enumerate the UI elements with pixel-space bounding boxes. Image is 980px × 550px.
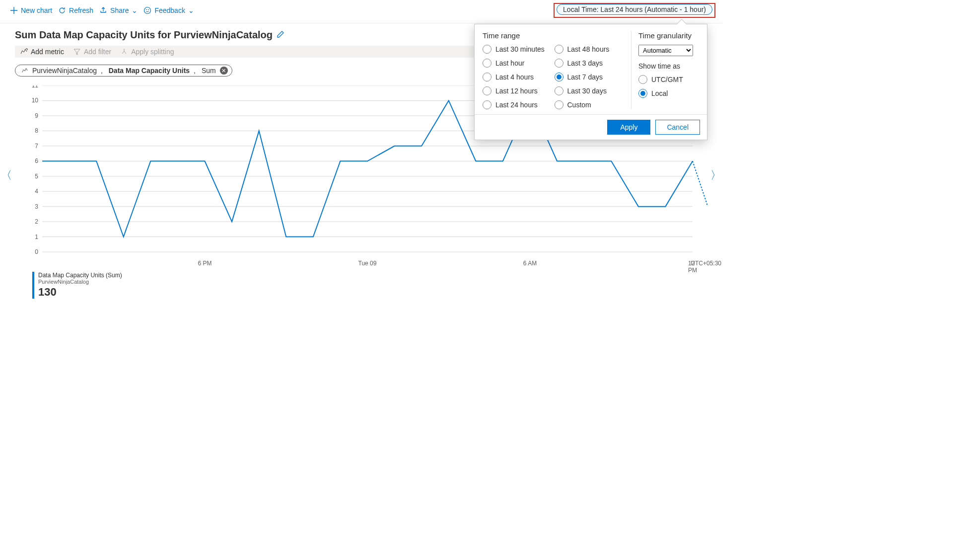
timezone-label: UTC+05:30	[691, 260, 721, 267]
smiley-icon	[143, 6, 151, 14]
top-toolbar: New chart Refresh Share ⌄ Feedback ⌄ Loc…	[0, 0, 722, 23]
svg-text:1: 1	[35, 234, 38, 240]
time-range-option[interactable]: Last 4 hours	[483, 73, 555, 81]
legend-color-bar	[32, 272, 34, 299]
radio-icon	[483, 100, 491, 109]
radio-icon	[483, 73, 491, 81]
time-range-option[interactable]: Last hour	[483, 59, 555, 68]
svg-point-2	[148, 9, 149, 10]
next-period-button[interactable]: 〉	[710, 168, 721, 183]
x-tick-label: 6 AM	[523, 260, 537, 267]
legend-series-name: Data Map Capacity Units (Sum)	[38, 272, 122, 279]
time-range-option[interactable]: Last 7 days	[555, 73, 627, 81]
cancel-button[interactable]: Cancel	[655, 120, 700, 135]
svg-text:2: 2	[35, 218, 38, 225]
radio-icon	[555, 73, 563, 81]
edit-title-button[interactable]	[277, 29, 284, 41]
svg-text:0: 0	[35, 248, 38, 255]
svg-point-1	[146, 9, 147, 10]
metric-pill[interactable]: PurviewNinjaCatalog, Data Map Capacity U…	[15, 65, 232, 77]
time-range-pill[interactable]: Local Time: Last 24 hours (Automatic - 1…	[557, 4, 712, 15]
radio-icon	[638, 75, 647, 84]
time-range-option-label: Last 30 minutes	[495, 45, 545, 53]
time-range-option[interactable]: Custom	[555, 100, 627, 109]
time-range-option-label: Last 3 days	[567, 59, 603, 67]
time-mode-option[interactable]: Local	[638, 89, 699, 98]
x-tick-label: 6 PM	[198, 260, 211, 267]
chevron-down-icon: ⌄	[132, 6, 138, 14]
add-metric-label: Add metric	[31, 48, 64, 56]
apply-splitting-label: Apply splitting	[131, 48, 174, 56]
time-range-option[interactable]: Last 48 hours	[555, 45, 627, 54]
radio-icon	[555, 86, 563, 95]
plus-icon	[10, 6, 18, 14]
metric-agg: Sum	[202, 67, 216, 75]
remove-metric-button[interactable]: ✕	[220, 67, 228, 75]
svg-text:4: 4	[35, 188, 38, 195]
radio-icon	[483, 86, 491, 95]
legend-resource: PurviewNinjaCatalog	[38, 279, 122, 285]
x-axis-labels: 6 PMTue 096 AM12 PM	[42, 257, 693, 265]
refresh-label: Refresh	[69, 6, 93, 14]
time-range-option-label: Last 12 hours	[495, 87, 538, 95]
previous-period-button[interactable]: 〈	[1, 168, 12, 183]
time-range-highlight: Local Time: Last 24 hours (Automatic - 1…	[554, 3, 715, 18]
metric-name: Data Map Capacity Units	[109, 67, 190, 75]
refresh-icon	[58, 6, 66, 14]
radio-icon	[483, 45, 491, 54]
time-range-heading: Time range	[483, 31, 626, 40]
svg-point-0	[144, 7, 151, 14]
share-button[interactable]: Share ⌄	[96, 5, 140, 15]
add-filter-label: Add filter	[84, 48, 111, 56]
svg-text:7: 7	[35, 143, 38, 150]
x-tick-label: Tue 09	[358, 260, 377, 267]
split-icon	[120, 48, 128, 56]
new-chart-label: New chart	[21, 6, 52, 14]
time-mode-option-label: Local	[651, 89, 668, 97]
svg-text:5: 5	[35, 173, 38, 180]
chevron-down-icon: ⌄	[188, 6, 194, 14]
time-range-option-label: Custom	[567, 101, 591, 109]
time-range-popover: Time range Last 30 minutes Last 48 hours…	[474, 24, 707, 140]
time-range-option[interactable]: Last 24 hours	[483, 100, 555, 109]
feedback-label: Feedback	[154, 6, 185, 14]
metric-icon	[20, 48, 28, 56]
time-mode-option[interactable]: UTC/GMT	[638, 75, 699, 84]
svg-text:11: 11	[32, 85, 39, 89]
time-mode-option-label: UTC/GMT	[651, 76, 683, 83]
time-range-option-label: Last 24 hours	[495, 101, 538, 109]
feedback-button[interactable]: Feedback ⌄	[140, 5, 197, 15]
refresh-button[interactable]: Refresh	[55, 5, 96, 15]
add-filter-button[interactable]: Add filter	[73, 48, 111, 56]
metric-icon	[21, 67, 28, 74]
time-range-option[interactable]: Last 12 hours	[483, 86, 555, 95]
time-range-option-label: Last 7 days	[567, 73, 603, 81]
svg-text:9: 9	[35, 112, 38, 119]
chart-title: Sum Data Map Capacity Units for PurviewN…	[15, 29, 273, 41]
svg-text:3: 3	[35, 203, 38, 210]
granularity-select[interactable]: Automatic	[638, 45, 693, 56]
radio-icon	[483, 59, 491, 68]
time-range-option-label: Last 4 hours	[495, 73, 534, 81]
time-range-option[interactable]: Last 30 minutes	[483, 45, 555, 54]
svg-text:10: 10	[32, 97, 39, 104]
chart-legend: Data Map Capacity Units (Sum) PurviewNin…	[32, 272, 722, 299]
radio-icon	[555, 59, 563, 68]
share-icon	[99, 6, 107, 14]
filter-icon	[73, 48, 81, 56]
apply-button[interactable]: Apply	[607, 120, 650, 135]
new-chart-button[interactable]: New chart	[7, 5, 55, 15]
pencil-icon	[277, 30, 284, 38]
radio-icon	[555, 45, 563, 54]
apply-splitting-button[interactable]: Apply splitting	[120, 48, 174, 56]
legend-value: 130	[38, 286, 122, 299]
add-metric-button[interactable]: Add metric	[20, 48, 64, 56]
radio-icon	[555, 100, 563, 109]
granularity-heading: Time granularity	[638, 31, 699, 40]
show-time-heading: Show time as	[638, 62, 699, 70]
svg-text:6: 6	[35, 157, 38, 164]
time-range-option-label: Last hour	[495, 59, 524, 67]
svg-text:8: 8	[35, 127, 38, 134]
time-range-option[interactable]: Last 3 days	[555, 59, 627, 68]
time-range-option[interactable]: Last 30 days	[555, 86, 627, 95]
